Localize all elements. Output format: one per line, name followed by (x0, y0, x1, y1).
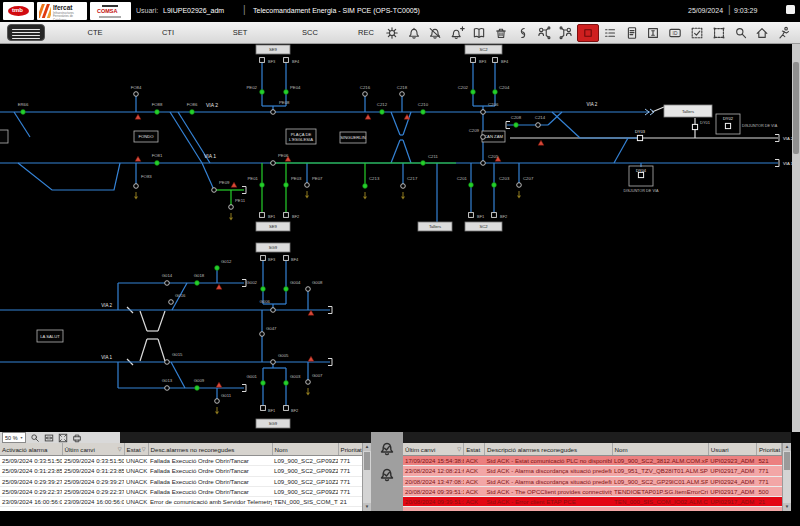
alarm-row[interactable]: 25/09/2024 0:31:23:85425/09/2024 0:31:23… (0, 466, 362, 476)
device-gc[interactable] (215, 266, 220, 271)
settings-icon[interactable] (381, 24, 403, 42)
device-oc[interactable] (260, 332, 265, 337)
device-oc[interactable] (481, 135, 486, 140)
device-sq[interactable] (284, 406, 289, 411)
ground-icon[interactable] (305, 191, 309, 199)
ground-icon[interactable] (306, 388, 310, 396)
user-network-icon[interactable] (534, 24, 556, 42)
alarm-row[interactable]: 20/08/2024 09:39:51:154ACKStd ACK - Lect… (403, 507, 782, 511)
device-oc[interactable] (536, 123, 541, 128)
menu-item-cte[interactable]: CTE (88, 28, 103, 37)
search-icon[interactable] (730, 24, 752, 42)
alarm-triangle-icon[interactable] (308, 310, 314, 315)
device-oc[interactable] (481, 161, 486, 166)
fit-width-icon[interactable] (44, 433, 54, 443)
device-oc[interactable] (134, 184, 139, 189)
device-gc[interactable] (155, 110, 160, 115)
device-gc[interactable] (284, 90, 289, 95)
menu-item-cti[interactable]: CTI (162, 28, 174, 37)
ground-icon[interactable] (363, 192, 367, 200)
device-oc[interactable] (517, 183, 522, 188)
fit-page-icon[interactable] (58, 433, 68, 443)
alarm-row[interactable]: 25/09/2024 0:29:22:37025/09/2024 0:29:22… (0, 486, 362, 496)
open-book-icon[interactable] (468, 24, 490, 42)
device-gc[interactable] (261, 287, 266, 292)
select-marquee-icon[interactable] (708, 24, 730, 42)
device-gc[interactable] (261, 381, 266, 386)
device-sq[interactable] (284, 213, 289, 218)
device-oc[interactable] (229, 205, 234, 210)
alarm-triangle-icon[interactable] (365, 114, 371, 119)
device-gc[interactable] (284, 183, 289, 188)
alarm-row[interactable]: 23/08/2024 12:08:21:662ACKStd ACK - Alar… (403, 466, 782, 476)
device-gc[interactable] (284, 287, 289, 292)
device-sq[interactable] (261, 406, 266, 411)
device-oc[interactable] (165, 360, 170, 365)
alarm-triangle-icon[interactable] (135, 114, 141, 119)
alarm-triangle-icon[interactable] (308, 356, 314, 361)
device-gc[interactable] (190, 110, 195, 115)
device-sq[interactable] (260, 213, 265, 218)
device-gc[interactable] (493, 90, 498, 95)
column-header[interactable]: Prioritat (338, 443, 362, 456)
device-gc[interactable] (363, 184, 368, 189)
device-gc[interactable] (471, 90, 476, 95)
id-tool-icon[interactable]: ID (664, 24, 686, 42)
device-oc[interactable] (271, 110, 276, 115)
alarm-bell-add-icon[interactable] (446, 24, 468, 42)
runner-icon[interactable] (773, 24, 795, 42)
column-header[interactable]: Prioritat (756, 443, 781, 456)
stop-active-icon[interactable] (577, 24, 599, 42)
device-dy[interactable] (637, 135, 642, 140)
column-header[interactable]: Estat (464, 443, 485, 456)
device-gc[interactable] (260, 90, 265, 95)
device-dy[interactable] (692, 124, 697, 129)
column-header[interactable]: Nom (272, 443, 338, 456)
menu-item-rec[interactable]: REC (358, 28, 374, 37)
device-sq[interactable] (469, 213, 474, 218)
device-oc[interactable] (215, 399, 220, 404)
unack-table-scrollbar[interactable]: ▲▼ (362, 443, 371, 511)
ground-icon[interactable] (401, 192, 405, 200)
alarm-triangle-icon[interactable] (216, 382, 222, 387)
disconnect-icon[interactable] (512, 24, 534, 42)
device-sq[interactable] (471, 58, 476, 63)
alarm-row[interactable]: 25/09/2024 0:29:39:27625/09/2024 0:29:39… (0, 476, 362, 486)
device-gc[interactable] (421, 110, 426, 115)
ground-icon[interactable] (517, 191, 521, 199)
alarm-row[interactable]: 25/09/2024 0:33:51:50925/09/2024 0:33:51… (0, 456, 362, 466)
device-oc[interactable] (212, 188, 217, 193)
column-header[interactable]: Descripció alarmes reconegudes (485, 443, 613, 456)
device-oc[interactable] (306, 287, 311, 292)
device-dy[interactable] (725, 123, 730, 128)
column-header[interactable]: Nom (612, 443, 708, 456)
select-check-icon[interactable] (686, 24, 708, 42)
device-gc[interactable] (380, 110, 385, 115)
device-oc[interactable] (401, 184, 406, 189)
device-gc[interactable] (21, 110, 26, 115)
device-oc[interactable] (271, 308, 276, 313)
device-oc[interactable] (169, 300, 174, 305)
zoom-level-select[interactable]: 50 %▾ (2, 432, 26, 443)
text-tool-icon[interactable] (643, 24, 665, 42)
device-dy[interactable] (638, 172, 643, 177)
device-oc[interactable] (481, 110, 486, 115)
device-gc[interactable] (421, 161, 426, 166)
main-menu-icon[interactable] (7, 24, 45, 41)
ground-icon[interactable] (215, 407, 219, 415)
ground-icon[interactable] (134, 192, 138, 200)
column-header[interactable]: Desc.alarmes no reconegudes (148, 443, 272, 456)
alarm-bell-icon[interactable] (403, 24, 425, 42)
device-oc[interactable] (305, 183, 310, 188)
alarm-row[interactable]: 17/09/2024 15:54:38:830ACKStd ACK - Esta… (403, 456, 782, 466)
ground-icon[interactable] (229, 213, 233, 221)
device-oc[interactable] (165, 386, 170, 391)
alarm-row[interactable]: 23/09/2024 16:00:56:06223/09/2024 16:00:… (0, 497, 362, 507)
window-control-icon[interactable] (786, 5, 795, 14)
device-gc[interactable] (284, 381, 289, 386)
user-network-alt-icon[interactable] (555, 24, 577, 42)
device-gc[interactable] (155, 161, 160, 166)
trash-icon[interactable] (490, 24, 512, 42)
device-oc[interactable] (134, 92, 139, 97)
menu-item-scc[interactable]: SCC (302, 28, 318, 37)
